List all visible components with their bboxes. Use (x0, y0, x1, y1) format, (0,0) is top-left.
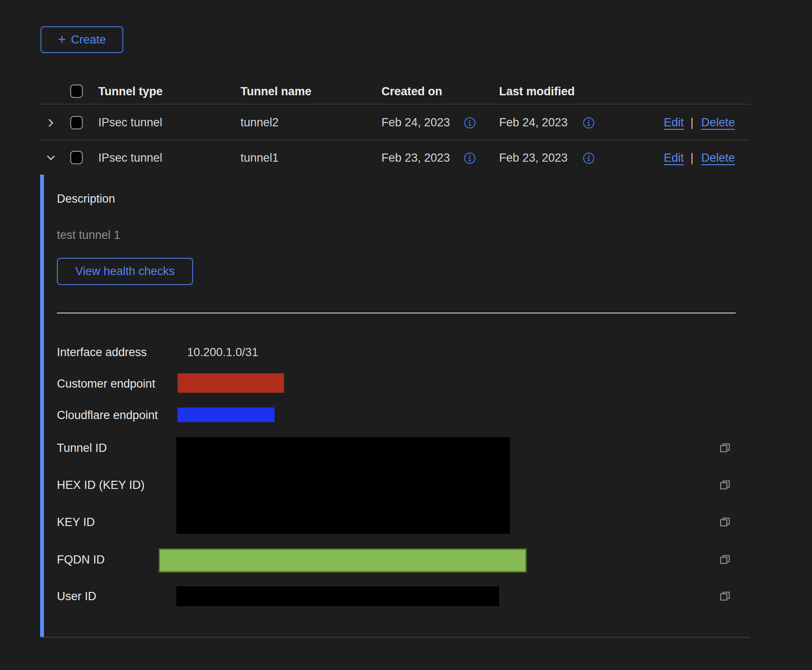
interface-address-label: Interface address (57, 345, 147, 360)
view-health-checks-label: View health checks (75, 265, 175, 278)
fqdn-id-redacted-value (159, 548, 527, 573)
hex-id-label: HEX ID (KEY ID) (57, 478, 145, 492)
table-bottom-divider (39, 637, 750, 638)
info-icon[interactable] (583, 117, 595, 129)
description-value: test tunnel 1 (57, 228, 120, 242)
user-id-redacted-value (176, 586, 499, 606)
copy-icon[interactable] (718, 441, 731, 454)
tunnels-page: + Create Tunnel type Tunnel name Created… (0, 0, 812, 670)
view-health-checks-button[interactable]: View health checks (57, 258, 193, 285)
chevron-down-icon[interactable] (44, 151, 57, 164)
last-modified-cell: Feb 24, 2023 (499, 115, 568, 130)
row-checkbox[interactable] (70, 151, 83, 164)
interface-address-value: 10.200.1.0/31 (187, 345, 258, 360)
cloudflare-endpoint-redacted-value (178, 407, 275, 422)
action-separator: | (690, 115, 693, 130)
cloudflare-endpoint-label: Cloudflare endpoint (57, 408, 158, 423)
created-on-cell: Feb 24, 2023 (381, 115, 450, 130)
row-divider (39, 140, 750, 140)
chevron-right-icon[interactable] (44, 116, 57, 129)
last-modified-cell: Feb 23, 2023 (499, 150, 568, 165)
fqdn-id-label: FQDN ID (57, 552, 105, 567)
tunnel-type-cell: IPsec tunnel (98, 150, 162, 165)
select-all-checkbox[interactable] (70, 85, 83, 98)
customer-endpoint-redacted-value (178, 373, 284, 393)
delete-link[interactable]: Delete (701, 150, 735, 165)
column-header-created-on: Created on (381, 84, 442, 99)
plus-icon: + (58, 33, 66, 46)
copy-icon[interactable] (718, 553, 731, 566)
action-separator: | (690, 150, 693, 165)
tunnel-type-cell: IPsec tunnel (98, 115, 162, 130)
info-icon[interactable] (464, 152, 476, 164)
column-header-tunnel-name: Tunnel name (240, 84, 312, 99)
tunnel-name-cell: tunnel2 (240, 115, 279, 130)
customer-endpoint-label: Customer endpoint (57, 376, 155, 391)
tunnel-ids-redacted-value (176, 437, 510, 534)
info-icon[interactable] (583, 152, 595, 164)
expanded-row-accent-bar (40, 175, 44, 637)
column-header-tunnel-type: Tunnel type (98, 84, 163, 99)
description-label: Description (57, 191, 115, 206)
copy-icon[interactable] (718, 590, 731, 603)
tunnel-name-cell: tunnel1 (240, 150, 279, 165)
edit-link[interactable]: Edit (664, 115, 684, 130)
header-divider (39, 104, 750, 104)
row-checkbox[interactable] (70, 116, 83, 129)
copy-icon[interactable] (718, 516, 731, 529)
created-on-cell: Feb 23, 2023 (381, 150, 450, 165)
column-header-last-modified: Last modified (499, 84, 575, 99)
user-id-label: User ID (57, 589, 97, 604)
tunnel-id-label: Tunnel ID (57, 441, 107, 455)
create-button[interactable]: + Create (41, 26, 123, 53)
create-button-label: Create (71, 33, 106, 47)
section-divider (57, 313, 736, 313)
key-id-label: KEY ID (57, 515, 95, 529)
info-icon[interactable] (464, 117, 476, 129)
edit-link[interactable]: Edit (664, 150, 684, 165)
copy-icon[interactable] (718, 479, 731, 492)
delete-link[interactable]: Delete (701, 115, 735, 130)
